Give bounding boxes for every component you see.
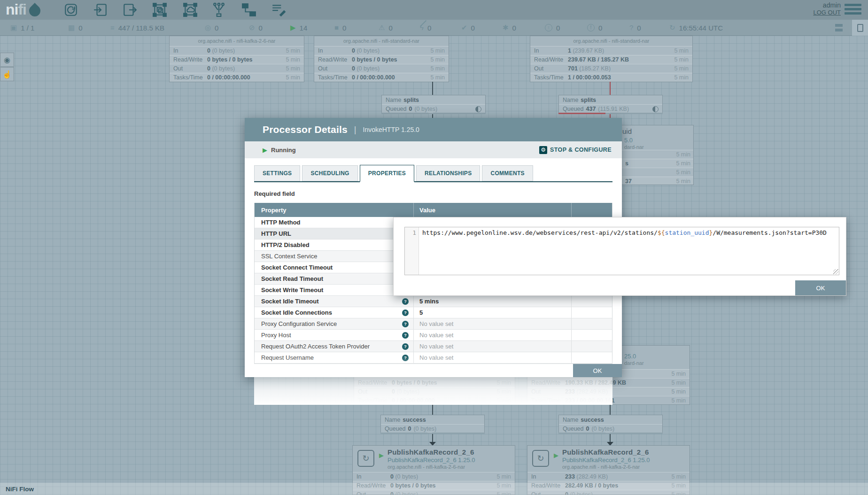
property-row-socket-idle-connections[interactable]: Socket Idle Connections?5 bbox=[255, 307, 612, 318]
status-up-to-date: ✔0 bbox=[461, 20, 475, 36]
remote-process-group-icon[interactable] bbox=[183, 2, 198, 17]
nifi-app: nifi admin LOG OUT ▣1 / 1 ▦0 ≡447 / 118.… bbox=[0, 0, 868, 495]
connection-line[interactable] bbox=[432, 405, 433, 415]
flow-summary-button[interactable] bbox=[852, 20, 868, 36]
property-row-proxy-configuration-service[interactable]: Proxy Configuration Service?No value set bbox=[255, 318, 612, 330]
connection-label-splits-437[interactable]: Namesplits Queued437(115.91 KB) bbox=[558, 95, 663, 114]
not-transmitting-icon: ⊘ bbox=[249, 20, 255, 36]
processor-icon[interactable] bbox=[63, 2, 78, 17]
title-separator: | bbox=[354, 125, 356, 135]
status-active-threads: ▦0 bbox=[68, 20, 83, 36]
connection-line[interactable] bbox=[610, 405, 611, 415]
processor-top-middle[interactable]: org.apache.nifi - nifi-standard-nar In0 … bbox=[314, 36, 449, 82]
stop-and-configure-button[interactable]: ⚙ STOP & CONFIGURE bbox=[539, 146, 612, 154]
queue-size-bar bbox=[433, 113, 486, 114]
last-refresh: ↻16:55:44 UTC bbox=[669, 20, 723, 36]
disabled-icon: ϟ bbox=[420, 20, 424, 36]
status-invalid: ⚠0 bbox=[379, 20, 393, 36]
output-port-icon[interactable] bbox=[122, 2, 137, 17]
navigate-palette-button[interactable]: ◉ bbox=[0, 53, 14, 67]
funnel-icon[interactable] bbox=[211, 2, 226, 17]
connection-label-success[interactable]: Namesuccess Queued0(0 bytes) bbox=[558, 415, 663, 433]
refresh-time: 16:55:44 UTC bbox=[679, 24, 723, 32]
editor-ok-button[interactable]: OK bbox=[795, 280, 846, 295]
help-icon[interactable]: ? bbox=[402, 343, 409, 350]
dialog-status-row: ▶ Running ⚙ STOP & CONFIGURE bbox=[245, 141, 622, 158]
connection-line-alarm[interactable] bbox=[610, 82, 611, 95]
processor-type-icon: ↻ bbox=[532, 450, 549, 467]
property-row-proxy-host[interactable]: Proxy Host?No value set bbox=[255, 330, 612, 341]
label-icon[interactable] bbox=[271, 2, 286, 17]
global-menu-icon[interactable] bbox=[845, 4, 861, 16]
logo-text: ni bbox=[6, 1, 18, 18]
property-row-socket-idle-timeout[interactable]: Socket Idle Timeout?5 mins bbox=[255, 296, 612, 307]
dialog-header: Processor Details | InvokeHTTP 1.25.0 bbox=[245, 118, 622, 141]
run-state-label: Running bbox=[271, 147, 296, 154]
load-balance-icon bbox=[475, 106, 481, 112]
value-editor-popup: 1 https://www.pegelonline.wsv.de/webserv… bbox=[393, 217, 846, 296]
toolbar: nifi admin LOG OUT bbox=[0, 0, 868, 20]
value-editor[interactable]: 1 https://www.pegelonline.wsv.de/webserv… bbox=[404, 227, 839, 275]
status-bar: ▣1 / 1 ▦0 ≡447 / 118.5 KB ◎0 ⊘0 ▶14 ■0 ⚠… bbox=[0, 20, 868, 36]
breadcrumb[interactable]: NiFi Flow bbox=[6, 486, 34, 493]
help-icon[interactable]: ? bbox=[402, 332, 409, 339]
connection-line[interactable] bbox=[610, 434, 611, 442]
template-icon[interactable] bbox=[241, 2, 256, 17]
property-row-request-username[interactable]: Request Username?No value set bbox=[255, 352, 612, 364]
stale-icon: ↑ bbox=[545, 24, 552, 31]
tab-relationships[interactable]: RELATIONSHIPS bbox=[416, 165, 480, 181]
queue-count-bar-alarm bbox=[558, 113, 605, 114]
running-icon: ▶ bbox=[379, 452, 384, 459]
hand-icon: ☝ bbox=[2, 70, 12, 79]
connection-line[interactable] bbox=[432, 82, 433, 95]
status-running: ▶14 bbox=[290, 20, 307, 36]
connection-label-splits[interactable]: Namesplits Queued0(0 bytes) bbox=[381, 95, 486, 114]
cluster-icon: ▣ bbox=[10, 20, 17, 36]
running-icon: ▶ bbox=[290, 20, 296, 36]
nifi-logo: nifi bbox=[6, 1, 40, 18]
status-sync-failure: ?0 bbox=[629, 20, 641, 36]
load-balance-icon bbox=[652, 106, 659, 112]
status-stale: ↑0 bbox=[545, 20, 560, 36]
tab-settings[interactable]: SETTINGS bbox=[254, 165, 300, 181]
tab-scheduling[interactable]: SCHEDULING bbox=[302, 165, 357, 181]
help-icon[interactable]: ? bbox=[402, 298, 409, 305]
processor-top-left[interactable]: org.apache.nifi - nifi-kafka-2-6-nar In0… bbox=[169, 36, 304, 82]
help-icon[interactable]: ? bbox=[402, 321, 409, 327]
navigate-icon: ◉ bbox=[4, 55, 10, 64]
help-icon[interactable]: ? bbox=[402, 355, 409, 361]
input-port-icon[interactable] bbox=[93, 2, 108, 17]
tab-properties[interactable]: PROPERTIES bbox=[360, 165, 414, 182]
operate-palette-button[interactable]: ☝ bbox=[0, 67, 14, 81]
status-stopped: ■0 bbox=[334, 20, 346, 36]
process-group-icon[interactable] bbox=[152, 2, 167, 17]
logout-link[interactable]: LOG OUT bbox=[813, 9, 841, 16]
line-number-gutter: 1 bbox=[405, 227, 419, 275]
queued-icon: ≡ bbox=[110, 20, 115, 36]
connection-label-success[interactable]: Namesuccess Queued0(0 bytes) bbox=[380, 415, 485, 433]
refresh-icon[interactable]: ↻ bbox=[669, 20, 675, 36]
column-property: Property bbox=[255, 203, 413, 217]
tab-comments[interactable]: COMMENTS bbox=[482, 165, 533, 181]
status-transmitting: ◎0 bbox=[205, 20, 218, 36]
grid-toggle-icon[interactable] bbox=[835, 24, 843, 31]
property-row-request-oauth2[interactable]: Request OAuth2 Access Token Provider?No … bbox=[255, 341, 612, 352]
el-open: ${ bbox=[658, 229, 665, 236]
transmitting-icon: ◎ bbox=[205, 20, 211, 36]
queue-size-bar bbox=[432, 433, 485, 434]
processor-fragment-upper-right[interactable]: uid 5.0 dard-nar 5 min s5 min 5 min 375 … bbox=[621, 125, 694, 185]
user-menu: admin LOG OUT bbox=[813, 1, 841, 16]
status-not-transmitting: ⊘0 bbox=[249, 20, 263, 36]
status-disabled: ϟ0 bbox=[420, 20, 431, 36]
running-icon: ▶ bbox=[263, 147, 267, 154]
processor-type-icon: ↻ bbox=[357, 450, 374, 467]
dialog-tabs: SETTINGS SCHEDULING PROPERTIES RELATIONS… bbox=[254, 165, 612, 182]
current-user: admin bbox=[813, 1, 841, 9]
connection-line[interactable] bbox=[432, 434, 433, 442]
dialog-ok-button[interactable]: OK bbox=[573, 364, 622, 377]
value-editor-text[interactable]: https://www.pegelonline.wsv.de/webservic… bbox=[419, 227, 839, 275]
stopped-icon: ■ bbox=[334, 20, 339, 36]
resize-handle-icon[interactable] bbox=[833, 269, 838, 274]
processor-top-right[interactable]: org.apache.nifi - nifi-standard-nar In1 … bbox=[530, 36, 693, 82]
help-icon[interactable]: ? bbox=[402, 309, 409, 316]
